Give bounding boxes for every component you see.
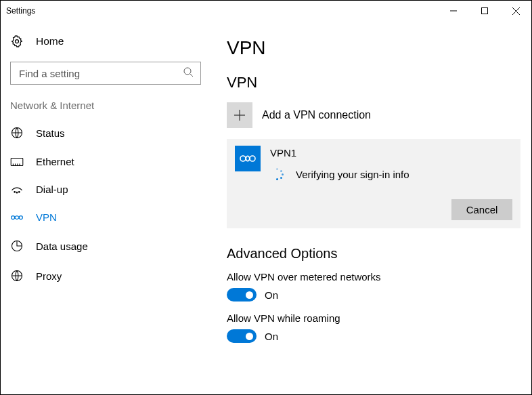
gear-icon bbox=[10, 35, 24, 48]
toggle-state: On bbox=[265, 289, 278, 301]
vpn-connection-status: Verifying your sign-in info bbox=[296, 169, 409, 180]
sidebar-item-ethernet[interactable]: Ethernet bbox=[1, 148, 210, 175]
vpn-connection-name: VPN1 bbox=[270, 146, 409, 159]
category-header: Network & Internet bbox=[1, 97, 210, 118]
sidebar-item-label: Ethernet bbox=[36, 156, 74, 167]
add-vpn-row[interactable]: Add a VPN connection bbox=[227, 101, 520, 139]
vpn-connection-icon bbox=[235, 146, 261, 171]
sidebar-item-vpn[interactable]: VPN bbox=[1, 203, 210, 231]
svg-rect-8 bbox=[11, 158, 23, 165]
svg-point-17 bbox=[19, 215, 22, 219]
svg-point-14 bbox=[16, 192, 18, 193]
vpn-connection-card[interactable]: VPN1 Verifying your sign-in info Cancel bbox=[227, 139, 520, 228]
toggle-switch-roaming[interactable] bbox=[227, 329, 257, 343]
main-content: VPN VPN Add a VPN connection VPN1 bbox=[210, 21, 531, 394]
page-title: VPN bbox=[227, 37, 520, 59]
vpn-icon bbox=[10, 212, 24, 223]
advanced-options-title: Advanced Options bbox=[227, 246, 520, 262]
svg-point-16 bbox=[12, 215, 15, 219]
toggle-label: Allow VPN while roaming bbox=[227, 312, 520, 324]
minimize-button[interactable] bbox=[438, 1, 469, 21]
toggle-metered: Allow VPN over metered networks On bbox=[227, 271, 520, 302]
svg-rect-1 bbox=[482, 8, 488, 14]
sidebar-item-proxy[interactable]: Proxy bbox=[1, 261, 210, 291]
datausage-icon bbox=[10, 239, 24, 253]
loading-spinner-icon bbox=[271, 168, 284, 180]
sidebar-item-label: Status bbox=[36, 127, 65, 139]
dialup-icon bbox=[10, 184, 24, 195]
add-vpn-label: Add a VPN connection bbox=[262, 109, 371, 121]
svg-point-4 bbox=[16, 40, 19, 43]
toggle-roaming: Allow VPN while roaming On bbox=[227, 312, 520, 343]
sidebar-item-label: Dial-up bbox=[36, 184, 68, 195]
window-title: Settings bbox=[6, 6, 35, 16]
toggle-state: On bbox=[265, 331, 278, 342]
toggle-switch-metered[interactable] bbox=[227, 288, 257, 302]
home-label: Home bbox=[36, 35, 64, 47]
titlebar: Settings bbox=[1, 1, 531, 21]
ethernet-icon bbox=[10, 157, 24, 167]
maximize-button[interactable] bbox=[469, 1, 500, 21]
cancel-button[interactable]: Cancel bbox=[451, 199, 512, 220]
search-input[interactable] bbox=[18, 67, 183, 80]
toggle-label: Allow VPN over metered networks bbox=[227, 271, 520, 283]
search-box[interactable] bbox=[10, 62, 201, 85]
svg-line-6 bbox=[190, 74, 193, 77]
proxy-icon bbox=[10, 269, 24, 283]
search-icon bbox=[183, 66, 194, 80]
sidebar: Home Network & Internet Status bbox=[1, 21, 210, 394]
sidebar-item-dialup[interactable]: Dial-up bbox=[1, 175, 210, 203]
svg-point-22 bbox=[240, 156, 246, 161]
sidebar-item-home[interactable]: Home bbox=[1, 28, 210, 55]
section-title: VPN bbox=[227, 74, 520, 91]
svg-point-23 bbox=[250, 156, 255, 161]
close-button[interactable] bbox=[500, 1, 531, 21]
svg-point-13 bbox=[14, 191, 16, 192]
svg-point-5 bbox=[184, 68, 191, 75]
svg-point-15 bbox=[19, 191, 20, 192]
sidebar-item-label: Proxy bbox=[36, 270, 62, 282]
sidebar-item-datausage[interactable]: Data usage bbox=[1, 231, 210, 261]
sidebar-item-status[interactable]: Status bbox=[1, 118, 210, 148]
sidebar-item-label: VPN bbox=[36, 211, 57, 223]
window-controls bbox=[438, 1, 531, 21]
plus-icon bbox=[227, 102, 252, 128]
sidebar-item-label: Data usage bbox=[36, 241, 88, 252]
status-icon bbox=[10, 126, 24, 140]
